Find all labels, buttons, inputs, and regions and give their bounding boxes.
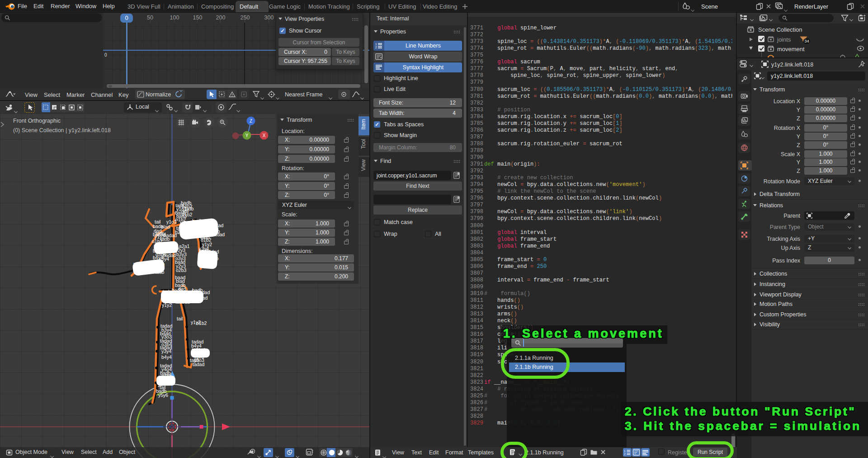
- svg-text:tadb: tadb: [190, 358, 199, 363]
- svg-text:y3y4: y3y4: [161, 348, 171, 354]
- svg-text:tadad: tadad: [212, 223, 223, 228]
- svg-text:bdad: bdad: [182, 233, 193, 239]
- svg-text:bdad: bdad: [189, 299, 200, 304]
- svg-text:y3y4: y3y4: [159, 256, 169, 262]
- svg-text:tadb: tadb: [184, 206, 194, 211]
- svg-text:tadb: tadb: [200, 234, 210, 240]
- svg-text:badad: badad: [164, 233, 177, 238]
- svg-text:badad: badad: [212, 232, 225, 237]
- svg-text:blad: blad: [161, 224, 170, 229]
- svg-text:tadad: tadad: [184, 224, 196, 229]
- svg-text:tadad: tadad: [198, 290, 210, 295]
- svg-text:tadb: tadb: [155, 269, 165, 275]
- svg-text:tadad: tadad: [201, 261, 213, 266]
- svg-text:o1b2: o1b2: [196, 320, 207, 326]
- svg-text:2: 2: [375, 46, 377, 49]
- svg-text:1: 1: [624, 449, 626, 453]
- svg-text:badb: badb: [192, 218, 203, 224]
- svg-text:tail: tail: [177, 316, 183, 321]
- svg-text:tadb: tadb: [203, 225, 213, 231]
- svg-text:badb: badb: [186, 293, 197, 299]
- svg-text:tadad: tadad: [153, 262, 165, 268]
- svg-text:o2b3: o2b3: [176, 267, 187, 273]
- svg-text:tadad: tadad: [207, 249, 219, 254]
- svg-text:2: 2: [624, 453, 626, 456]
- svg-text:1: 1: [375, 43, 377, 46]
- svg-text:y5y6: y5y6: [158, 392, 168, 398]
- svg-text:b4y4: b4y4: [161, 354, 172, 360]
- svg-text:o1b2: o1b2: [182, 212, 193, 217]
- svg-text:badb: badb: [167, 298, 178, 303]
- svg-text:badb: badb: [181, 200, 192, 205]
